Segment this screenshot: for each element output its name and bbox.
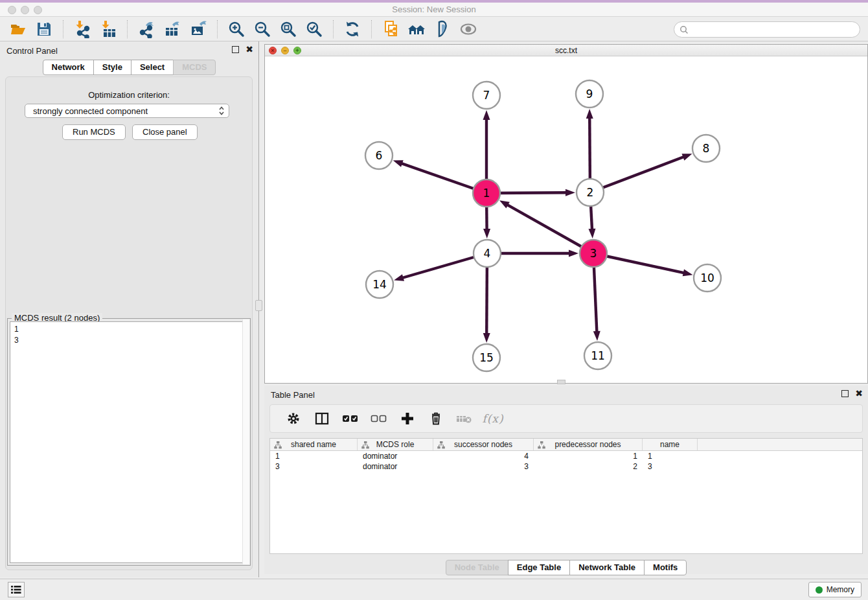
column-header-shared-name[interactable]: shared name bbox=[270, 439, 358, 450]
graph-node-label: 8 bbox=[703, 142, 710, 155]
column-label: shared name bbox=[291, 440, 336, 449]
criterion-selected-value: strongly connected component bbox=[25, 106, 218, 116]
houses-icon[interactable] bbox=[407, 19, 426, 39]
save-session-icon[interactable] bbox=[34, 19, 54, 39]
eye-icon[interactable] bbox=[459, 19, 478, 39]
zoom-in-icon[interactable] bbox=[227, 19, 246, 39]
graph-edge-arrowhead bbox=[565, 189, 575, 196]
cell-mcds-role[interactable]: dominator bbox=[358, 451, 433, 461]
graph-node-label: 10 bbox=[700, 271, 714, 284]
task-history-button[interactable] bbox=[8, 582, 25, 597]
graph-edge-arrowhead bbox=[586, 109, 593, 119]
network-window-titlebar[interactable]: × – + scc.txt bbox=[265, 45, 867, 56]
paint-style-icon[interactable] bbox=[433, 19, 452, 39]
cell-name[interactable]: 3 bbox=[643, 461, 698, 472]
list-icon bbox=[11, 585, 21, 594]
graph-node-label: 1 bbox=[483, 187, 490, 200]
memory-status-icon bbox=[816, 586, 823, 594]
graph-node-label: 3 bbox=[590, 247, 597, 260]
delete-table-icon[interactable] bbox=[455, 409, 474, 428]
column-header-predecessor-nodes[interactable]: predecessor nodes bbox=[534, 439, 643, 450]
graph-node-label: 4 bbox=[484, 247, 491, 260]
cell-successor-nodes[interactable]: 4 bbox=[433, 451, 534, 461]
column-label: successor nodes bbox=[454, 440, 512, 449]
graph-node-label: 6 bbox=[376, 149, 383, 162]
mcds-result-text[interactable]: 1 3 bbox=[10, 321, 248, 563]
float-panel-icon[interactable] bbox=[841, 390, 849, 397]
zoom-selected-icon[interactable] bbox=[304, 19, 324, 39]
mcds-result-group: MCDS result (2 nodes) 1 3 bbox=[7, 318, 251, 566]
export-network-icon[interactable] bbox=[137, 19, 156, 39]
tab-mcds[interactable]: MCDS bbox=[173, 60, 216, 75]
duplicate-network-icon[interactable] bbox=[381, 19, 400, 39]
tab-network-table[interactable]: Network Table bbox=[569, 560, 645, 575]
status-bar: Memory bbox=[0, 579, 868, 600]
export-image-icon[interactable] bbox=[188, 19, 208, 39]
app-titlebar: Session: New Session bbox=[0, 0, 868, 17]
cell-name[interactable]: 1 bbox=[643, 451, 698, 461]
function-builder-icon[interactable]: f(x) bbox=[483, 409, 503, 428]
criterion-select[interactable]: strongly connected component bbox=[25, 104, 229, 118]
column-header-name[interactable]: name bbox=[643, 439, 698, 450]
control-panel-tabs: Network Style Select MCDS bbox=[0, 60, 258, 75]
deselect-all-checkboxes-icon[interactable] bbox=[369, 409, 389, 428]
graph-edge-arrowhead bbox=[588, 229, 595, 238]
cell-predecessor-nodes[interactable]: 2 bbox=[534, 461, 643, 472]
graph-edge-arrowhead bbox=[394, 274, 404, 281]
search-field[interactable] bbox=[674, 21, 860, 38]
graph-edge-3-1[interactable] bbox=[507, 205, 593, 253]
float-panel-icon[interactable] bbox=[232, 46, 239, 53]
cell-mcds-role[interactable]: dominator bbox=[358, 461, 433, 472]
graph-edge-arrowhead bbox=[483, 333, 490, 343]
export-table-icon[interactable] bbox=[163, 19, 182, 39]
network-canvas-svg[interactable]: 7968124314101511 bbox=[265, 56, 867, 383]
close-panel-icon[interactable]: ✖ bbox=[246, 46, 253, 53]
optimization-criterion-label: Optimization criterion: bbox=[6, 90, 252, 100]
column-header-mcds-role[interactable]: MCDS role bbox=[358, 439, 433, 450]
cell-predecessor-nodes[interactable]: 1 bbox=[534, 451, 643, 461]
column-header-successor-nodes[interactable]: successor nodes bbox=[433, 439, 534, 450]
import-table-icon[interactable] bbox=[98, 19, 118, 39]
network-window: × – + scc.txt 7968124314101511 bbox=[264, 44, 868, 384]
delete-column-icon[interactable] bbox=[426, 409, 446, 428]
run-mcds-button[interactable]: Run MCDS bbox=[62, 124, 126, 140]
settings-gear-icon[interactable] bbox=[284, 409, 303, 428]
add-column-icon[interactable] bbox=[398, 409, 417, 428]
zoom-out-icon[interactable] bbox=[253, 19, 272, 39]
attribute-icon bbox=[538, 441, 545, 449]
toolbar-separator bbox=[217, 20, 218, 38]
memory-button[interactable]: Memory bbox=[808, 582, 862, 597]
cell-successor-nodes[interactable]: 3 bbox=[433, 461, 534, 472]
table-row[interactable]: 1 dominator 4 1 1 bbox=[270, 451, 862, 461]
tab-edge-table[interactable]: Edge Table bbox=[508, 560, 570, 575]
refresh-icon[interactable] bbox=[343, 19, 362, 39]
tab-network[interactable]: Network bbox=[43, 60, 94, 75]
tab-node-table[interactable]: Node Table bbox=[446, 560, 508, 575]
network-window-resize-grip[interactable] bbox=[557, 380, 565, 384]
graph-node-label: 9 bbox=[586, 87, 593, 100]
close-panel-button[interactable]: Close panel bbox=[132, 124, 198, 140]
result-scrollbar[interactable] bbox=[242, 319, 249, 564]
cell-shared-name[interactable]: 1 bbox=[270, 451, 358, 461]
open-session-icon[interactable] bbox=[8, 19, 28, 39]
zoom-fit-icon[interactable] bbox=[279, 19, 298, 39]
mcds-tab-content: Optimization criterion: strongly connect… bbox=[5, 76, 253, 570]
close-panel-icon[interactable]: ✖ bbox=[855, 390, 863, 397]
attribute-icon bbox=[361, 441, 369, 449]
toolbar-separator bbox=[333, 20, 334, 38]
memory-label: Memory bbox=[827, 585, 854, 594]
vertical-splitter-grip[interactable] bbox=[255, 300, 262, 311]
split-pane-icon[interactable] bbox=[312, 409, 332, 428]
table-toolbar: f(x) bbox=[269, 404, 863, 433]
graph-edge-2-8[interactable] bbox=[590, 157, 684, 192]
table-row[interactable]: 3 dominator 3 2 3 bbox=[270, 461, 862, 472]
cell-shared-name[interactable]: 3 bbox=[270, 461, 358, 472]
table-tabs: Node Table Edge Table Network Table Moti… bbox=[264, 560, 868, 575]
select-all-checkboxes-icon[interactable] bbox=[341, 409, 360, 428]
toolbar-separator bbox=[127, 20, 128, 38]
tab-motifs[interactable]: Motifs bbox=[644, 560, 687, 575]
tab-select[interactable]: Select bbox=[131, 60, 174, 75]
search-input[interactable] bbox=[689, 23, 860, 36]
import-network-icon[interactable] bbox=[73, 19, 92, 39]
tab-style[interactable]: Style bbox=[93, 60, 131, 75]
